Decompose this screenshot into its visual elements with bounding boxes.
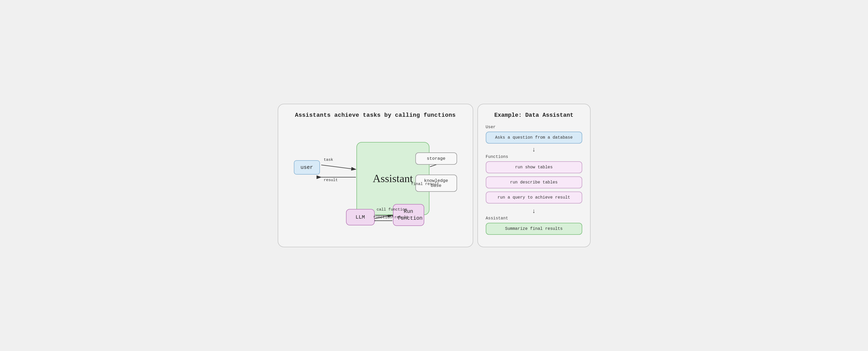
function-box-2: run describe tables [486, 177, 582, 188]
call-function-label: call function [377, 208, 407, 212]
right-content: User Asks a question from a database ↓ F… [486, 124, 582, 236]
llm-box: LLM [346, 209, 375, 225]
function-box-3: run a query to achieve result [486, 192, 582, 203]
arrow-down-2: ↓ [486, 208, 582, 214]
final-result-label: final result [411, 182, 439, 186]
user-box: user [294, 160, 320, 174]
result-label: result [324, 178, 338, 182]
functions-section-label: Functions [486, 155, 582, 159]
right-panel: Example: Data Assistant User Asks a ques… [477, 104, 591, 247]
storage-box: storage [415, 153, 457, 165]
assistant-section-label: Assistant [486, 216, 582, 221]
function-box-1: run show tables [486, 161, 582, 173]
task-label: task [324, 158, 333, 162]
functions-group: run show tables run describe tables run … [486, 161, 582, 205]
user-question-box: Asks a question from a database [486, 132, 582, 143]
assistant-result-box: Summarize final results [486, 223, 582, 235]
user-section-label: User [486, 125, 582, 129]
right-title: Example: Data Assistant [486, 112, 582, 119]
left-panel: Assistants achieve tasks by calling func… [278, 104, 473, 247]
left-title: Assistants achieve tasks by calling func… [289, 112, 462, 119]
main-container: Assistants achieve tasks by calling func… [278, 104, 591, 247]
arrow-down-1: ↓ [486, 146, 582, 153]
diagram-area: user task result Assistant storage knowl… [289, 126, 462, 231]
svg-line-2 [321, 165, 356, 169]
function-result-label: function result [373, 215, 409, 220]
